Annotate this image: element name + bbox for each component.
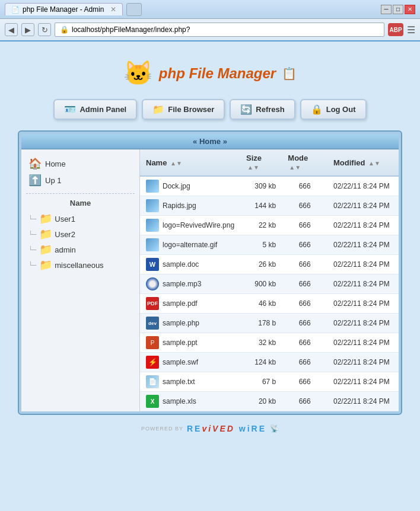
file-mode: 666	[282, 392, 327, 411]
sidebar-folder-item[interactable]: └─ 📁 miscellaneous	[26, 257, 135, 273]
file-mode: 666	[282, 274, 327, 294]
logo-area: 🐱 php File Manager 📋	[18, 53, 402, 87]
col-mode[interactable]: Mode ▲▼	[282, 149, 327, 176]
sidebar-folders: └─ 📁 User1 └─ 📁 User2 └─ 📁 admin └─ 📁 mi…	[26, 211, 135, 273]
table-row[interactable]: logo=RevivedWire.png 22 kb 666 02/22/11 …	[140, 216, 399, 235]
col-size[interactable]: Size ▲▼	[240, 149, 282, 176]
file-name-cell: ⚡ sample.swf	[140, 353, 240, 372]
table-row[interactable]: PDF sample.pdf 46 kb 666 02/22/11 8:24 P…	[140, 294, 399, 314]
table-row[interactable]: ⚡ sample.swf 124 kb 666 02/22/11 8:24 PM	[140, 353, 399, 372]
file-type-icon: 📄	[146, 375, 159, 388]
file-browser-label: File Browser	[168, 105, 214, 114]
url-input[interactable]: 🔒 localhost/phpFileManager/index.php?	[55, 23, 384, 37]
file-size: 178 b	[240, 314, 282, 333]
table-row[interactable]: logo=alternate.gif 5 kb 666 02/22/11 8:2…	[140, 235, 399, 255]
fm-files: Name ▲▼ Size ▲▼ Mode ▲▼ Modified ▲▼ Dock…	[140, 149, 399, 411]
browser-menu-button[interactable]: ☰	[407, 24, 415, 36]
log-out-label: Log Out	[326, 105, 356, 114]
file-name: logo=RevivedWire.png	[163, 221, 234, 229]
table-row[interactable]: Rapids.jpg 144 kb 666 02/22/11 8:24 PM	[140, 196, 399, 216]
file-name-cell: PDF sample.pdf	[140, 294, 240, 314]
file-name: sample.pdf	[163, 299, 198, 308]
table-row[interactable]: 📄 sample.txt 67 b 666 02/22/11 8:24 PM	[140, 372, 399, 392]
file-type-icon: X	[146, 395, 159, 408]
folder-name: admin	[55, 245, 75, 254]
table-row[interactable]: X sample.xls 20 kb 666 02/22/11 8:24 PM	[140, 392, 399, 411]
refresh-button[interactable]: 🔄 Refresh	[230, 99, 295, 120]
table-row[interactable]: dev sample.php 178 b 666 02/22/11 8:24 P…	[140, 314, 399, 333]
admin-panel-button[interactable]: 🪪 Admin Panel	[53, 99, 137, 120]
footer-brand-wire: wiRE	[239, 424, 266, 433]
file-modified: 02/22/11 8:24 PM	[327, 255, 399, 274]
col-name[interactable]: Name ▲▼	[140, 149, 240, 176]
close-button[interactable]: ✕	[405, 5, 415, 14]
folder-connector: └─	[28, 261, 36, 269]
log-out-button[interactable]: 🔒 Log Out	[300, 99, 367, 120]
file-mode: 666	[282, 294, 327, 314]
file-modified: 02/22/11 8:24 PM	[327, 196, 399, 216]
tab-title: php File Manager - Admin	[23, 5, 104, 14]
file-type-icon	[146, 219, 159, 232]
file-mode: 666	[282, 353, 327, 372]
fm-breadcrumb[interactable]: « Home »	[21, 134, 399, 149]
table-row[interactable]: W sample.doc 26 kb 666 02/22/11 8:24 PM	[140, 255, 399, 274]
sidebar-up[interactable]: ⬆️ Up 1	[26, 172, 135, 189]
folder-name: User2	[55, 230, 75, 239]
file-modified: 02/22/11 8:24 PM	[327, 392, 399, 411]
refresh-label: Refresh	[256, 105, 284, 114]
file-modified: 02/22/11 8:24 PM	[327, 353, 399, 372]
page-body: 🐱 php File Manager 📋 🪪 Admin Panel 📁 Fil…	[0, 41, 420, 463]
file-mode: 666	[282, 372, 327, 392]
folder-name: User1	[55, 215, 75, 223]
browser-tab[interactable]: 📄 php File Manager - Admin ✕	[5, 3, 123, 15]
file-browser-button[interactable]: 📁 File Browser	[142, 99, 225, 120]
logo-image: 🐱	[123, 59, 153, 87]
sidebar-up-label: Up 1	[45, 176, 61, 185]
table-row[interactable]: Dock.jpg 309 kb 666 02/22/11 8:24 PM	[140, 176, 399, 196]
file-mode: 666	[282, 333, 327, 353]
footer-brand-re: RE	[187, 424, 202, 433]
file-name-cell: 📄 sample.txt	[140, 372, 240, 392]
files-table: Name ▲▼ Size ▲▼ Mode ▲▼ Modified ▲▼ Dock…	[140, 149, 399, 411]
file-mode: 666	[282, 216, 327, 235]
table-row[interactable]: P sample.ppt 32 kb 666 02/22/11 8:24 PM	[140, 333, 399, 353]
address-bar: ◀ ▶ ↻ 🔒 localhost/phpFileManager/index.p…	[0, 19, 420, 41]
forward-button[interactable]: ▶	[21, 23, 34, 36]
file-size: 22 kb	[240, 216, 282, 235]
fm-inner: 🏠 Home ⬆️ Up 1 Name └─ 📁 User1 └─ 📁 User…	[21, 149, 399, 411]
file-type-icon: P	[146, 336, 159, 349]
new-tab-btn[interactable]	[126, 3, 142, 16]
file-name-cell: Dock.jpg	[140, 176, 240, 196]
file-size: 46 kb	[240, 294, 282, 314]
file-type-icon	[146, 277, 159, 290]
col-modified[interactable]: Modified ▲▼	[327, 149, 399, 176]
file-name: Rapids.jpg	[163, 202, 196, 210]
table-row[interactable]: sample.mp3 900 kb 666 02/22/11 8:24 PM	[140, 274, 399, 294]
adblock-icon[interactable]: ABP	[388, 23, 403, 36]
back-button[interactable]: ◀	[5, 23, 18, 36]
sidebar-home-label: Home	[45, 159, 66, 168]
sidebar-folder-item[interactable]: └─ 📁 User2	[26, 226, 135, 242]
file-modified: 02/22/11 8:24 PM	[327, 274, 399, 294]
reload-button[interactable]: ↻	[38, 23, 51, 36]
file-size: 309 kb	[240, 176, 282, 196]
file-manager: « Home » 🏠 Home ⬆️ Up 1 Name └─ 📁 User1 …	[18, 130, 402, 415]
sidebar-home[interactable]: 🏠 Home	[26, 155, 135, 172]
file-type-icon: W	[146, 258, 159, 271]
sidebar-folders-heading: Name	[26, 199, 135, 207]
sidebar-folder-item[interactable]: └─ 📁 User1	[26, 211, 135, 226]
logo-title: php File Manager	[159, 65, 276, 82]
title-bar-left: 📄 php File Manager - Admin ✕	[5, 3, 142, 16]
file-size: 900 kb	[240, 274, 282, 294]
file-name: logo=alternate.gif	[163, 241, 217, 249]
title-bar: 📄 php File Manager - Admin ✕ ─ □ ✕	[0, 0, 420, 19]
file-mode: 666	[282, 235, 327, 255]
tab-close[interactable]: ✕	[110, 5, 116, 14]
file-modified: 02/22/11 8:24 PM	[327, 216, 399, 235]
maximize-button[interactable]: □	[393, 5, 403, 14]
file-mode: 666	[282, 255, 327, 274]
file-name: sample.php	[163, 319, 199, 327]
sidebar-folder-item[interactable]: └─ 📁 admin	[26, 242, 135, 257]
minimize-button[interactable]: ─	[381, 5, 392, 14]
file-modified: 02/22/11 8:24 PM	[327, 333, 399, 353]
